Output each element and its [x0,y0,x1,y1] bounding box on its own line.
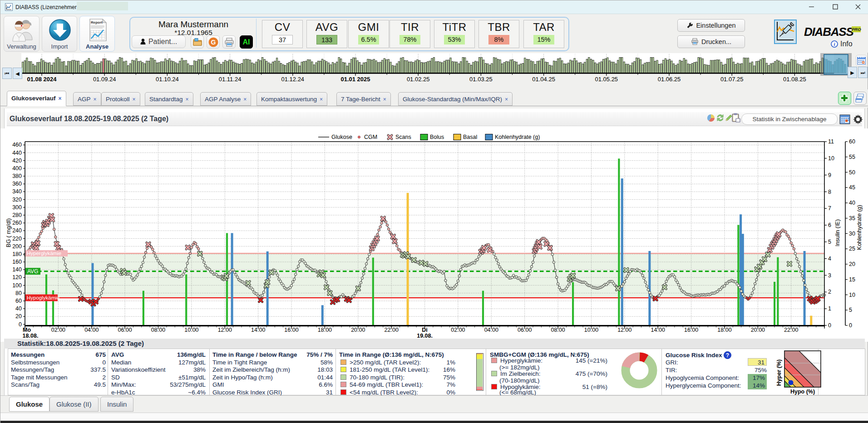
svg-text:20:00: 20:00 [751,327,765,333]
svg-text:22:00: 22:00 [784,327,798,333]
svg-text:320: 320 [12,197,22,203]
svg-text:06:00: 06:00 [118,327,132,333]
svg-text:100: 100 [12,282,22,289]
svg-text:18.08.: 18.08. [23,333,39,339]
svg-text:5: 5 [849,307,852,313]
svg-text:25: 25 [849,246,855,252]
svg-text:02:00: 02:00 [51,327,65,333]
svg-text:Bolus: Bolus [430,134,444,140]
svg-text:Kohlenhydrate (g): Kohlenhydrate (g) [495,134,540,140]
svg-text:9: 9 [828,172,831,178]
svg-text:15: 15 [849,276,855,283]
svg-text:06:00: 06:00 [518,327,532,333]
svg-text:Hypoglykämie: Hypoglykämie [27,295,59,300]
svg-text:18:00: 18:00 [318,327,332,333]
svg-text:5: 5 [828,239,831,245]
svg-text:420: 420 [12,157,22,164]
svg-text:7: 7 [828,205,831,212]
svg-text:01.05.25: 01.05.25 [595,76,618,83]
svg-text:10:00: 10:00 [584,327,598,333]
svg-text:8: 8 [828,189,831,195]
svg-text:20:00: 20:00 [351,327,365,333]
svg-text:01.08 2024: 01.08 2024 [27,76,57,83]
svg-text:240: 240 [12,227,22,234]
svg-text:01.06.25: 01.06.25 [658,76,681,83]
svg-text:01.01 2025: 01.01 2025 [340,76,370,83]
svg-text:02:00: 02:00 [451,327,465,333]
svg-text:01.09.24: 01.09.24 [93,76,116,83]
svg-text:Basal: Basal [463,134,477,140]
svg-text:10:00: 10:00 [184,327,198,333]
svg-text:Di: Di [422,327,428,333]
svg-text:80: 80 [15,290,22,296]
svg-text:380: 380 [12,173,22,179]
svg-text:Mo: Mo [23,327,31,333]
svg-text:3: 3 [828,272,831,279]
svg-text:400: 400 [12,165,22,172]
svg-text:30: 30 [849,231,855,237]
svg-text:300: 300 [12,204,22,211]
svg-text:01.03.25: 01.03.25 [469,76,493,83]
svg-text:Hyper (%): Hyper (%) [776,359,782,386]
svg-text:460: 460 [12,142,22,148]
svg-text:0: 0 [19,321,22,328]
svg-text:12:00: 12:00 [218,327,232,333]
svg-text:12:00: 12:00 [617,327,631,333]
svg-text:16:00: 16:00 [684,327,698,333]
svg-text:140: 140 [12,266,22,273]
svg-text:60: 60 [849,138,855,145]
svg-text:08:00: 08:00 [551,327,565,333]
svg-text:60: 60 [15,298,22,304]
svg-text:CGM: CGM [364,134,377,140]
svg-text:Hypo (%): Hypo (%) [790,389,815,395]
svg-text:10: 10 [849,292,855,298]
svg-text:AVG: AVG [27,268,38,275]
svg-text:360: 360 [12,181,22,187]
svg-text:180: 180 [12,251,22,257]
svg-text:220: 220 [12,236,22,242]
svg-text:Scans: Scans [395,134,411,140]
svg-text:160: 160 [12,259,22,265]
svg-text:20: 20 [15,313,22,320]
svg-text:Hyperglykämie: Hyperglykämie [27,251,61,256]
svg-text:200: 200 [12,243,22,250]
svg-text:01.02.25: 01.02.25 [407,76,430,83]
svg-text:0: 0 [828,322,831,329]
svg-text:6: 6 [828,222,831,228]
svg-text:55: 55 [849,154,855,160]
svg-text:01.07.25: 01.07.25 [720,76,744,83]
svg-text:50: 50 [849,169,855,176]
svg-text:Report: Report [91,20,103,25]
svg-text:340: 340 [12,188,22,195]
svg-text:?: ? [726,352,729,359]
svg-text:20: 20 [849,261,855,267]
svg-text:19.08.: 19.08. [417,333,433,339]
svg-text:35: 35 [849,215,855,221]
svg-text:01.08.25: 01.08.25 [783,76,806,83]
svg-text:2: 2 [828,289,831,295]
svg-text:BG ( mg/dl): BG ( mg/dl) [5,218,12,247]
svg-text:Glukose: Glukose [331,134,352,140]
svg-text:1: 1 [828,305,831,312]
svg-text:45: 45 [849,184,855,191]
svg-text:Insulin (IE): Insulin (IE) [834,219,841,246]
svg-text:Kohlenhydrate (g): Kohlenhydrate (g) [856,205,863,250]
svg-text:10: 10 [828,155,834,162]
svg-text:14:00: 14:00 [251,327,265,333]
svg-text:01.11.24: 01.11.24 [219,76,242,83]
svg-text:04:00: 04:00 [484,327,498,333]
svg-text:18:00: 18:00 [717,327,731,333]
svg-text:08:00: 08:00 [151,327,165,333]
svg-text:04:00: 04:00 [84,327,99,333]
svg-text:14:00: 14:00 [651,327,665,333]
svg-text:22:00: 22:00 [385,327,399,333]
svg-text:4: 4 [828,256,831,262]
svg-text:G: G [211,39,216,46]
svg-text:11: 11 [828,138,834,145]
svg-text:40: 40 [15,305,22,312]
svg-text:120: 120 [12,274,22,280]
svg-text:0: 0 [849,322,852,329]
svg-text:16:00: 16:00 [284,327,298,333]
svg-text:440: 440 [12,150,22,156]
svg-text:40: 40 [849,200,855,206]
